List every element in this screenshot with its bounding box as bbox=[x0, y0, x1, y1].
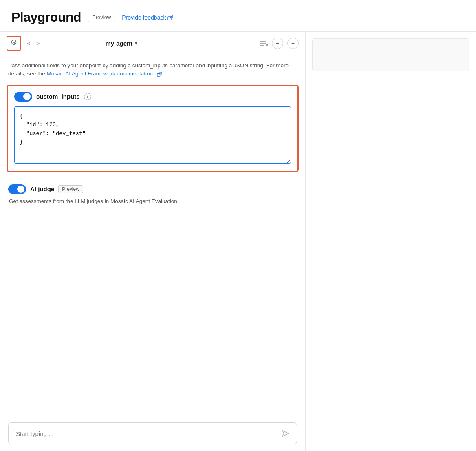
page-title: Playground bbox=[11, 10, 81, 25]
settings-panel: Pass additional fields to your endpoint … bbox=[0, 55, 305, 212]
feedback-link[interactable]: Provide feedback bbox=[122, 14, 173, 21]
ai-judge-header: AI judge Preview bbox=[8, 184, 297, 194]
toolbar-right: − + bbox=[260, 38, 299, 49]
page-header: Playground Preview Provide feedback bbox=[0, 0, 476, 32]
nav-arrows: < > bbox=[24, 38, 42, 49]
agent-selector[interactable]: my-agent ▾ bbox=[105, 40, 137, 47]
right-panel bbox=[306, 32, 476, 451]
custom-inputs-header: custom_inputs i bbox=[14, 92, 291, 102]
nav-back-button[interactable]: < bbox=[24, 38, 33, 49]
agent-name: my-agent bbox=[105, 40, 132, 47]
custom-inputs-section: custom_inputs i { "id": 123, "user": "de… bbox=[7, 85, 299, 172]
send-icon bbox=[281, 429, 289, 438]
editor-toolbar: < > my-agent ▾ bbox=[0, 32, 305, 55]
right-placeholder bbox=[312, 38, 469, 71]
ai-judge-preview-badge: Preview bbox=[58, 185, 83, 193]
framework-doc-link[interactable]: Mosaic AI Agent Framework documentation. bbox=[47, 71, 162, 77]
settings-description: Pass additional fields to your endpoint … bbox=[0, 55, 305, 83]
clear-button[interactable] bbox=[260, 38, 268, 49]
ai-judge-section: AI judge Preview Get assessments from th… bbox=[0, 179, 305, 212]
custom-inputs-json-textarea[interactable]: { "id": 123, "user": "dev_test" } bbox=[14, 106, 291, 164]
custom-inputs-label: custom_inputs bbox=[36, 93, 80, 100]
preview-badge: Preview bbox=[88, 13, 115, 22]
minus-button[interactable]: − bbox=[272, 38, 283, 49]
svg-line-1 bbox=[170, 15, 173, 18]
feedback-label: Provide feedback bbox=[122, 14, 166, 21]
gear-icon bbox=[10, 40, 18, 47]
svg-line-8 bbox=[159, 72, 161, 74]
plus-button[interactable]: + bbox=[287, 38, 299, 49]
chevron-down-icon: ▾ bbox=[135, 40, 137, 46]
chat-input-box bbox=[8, 422, 297, 444]
ai-judge-description: Get assessments from the LLM judges in M… bbox=[8, 197, 297, 206]
custom-inputs-toggle[interactable] bbox=[14, 92, 32, 102]
minus-icon: − bbox=[276, 40, 279, 46]
chat-input-area bbox=[0, 416, 305, 451]
chat-input[interactable] bbox=[16, 430, 276, 437]
ai-judge-label: AI judge bbox=[30, 186, 54, 192]
external-link-icon bbox=[167, 15, 173, 20]
doc-external-link-icon bbox=[157, 72, 162, 77]
ai-judge-toggle[interactable] bbox=[8, 184, 26, 194]
send-button[interactable] bbox=[281, 429, 289, 438]
settings-button[interactable] bbox=[7, 36, 21, 51]
plus-icon: + bbox=[291, 40, 295, 46]
content-spacer bbox=[0, 212, 305, 416]
custom-inputs-info-icon[interactable]: i bbox=[84, 93, 91, 100]
nav-forward-button[interactable]: > bbox=[34, 38, 42, 49]
clear-icon bbox=[260, 40, 268, 46]
